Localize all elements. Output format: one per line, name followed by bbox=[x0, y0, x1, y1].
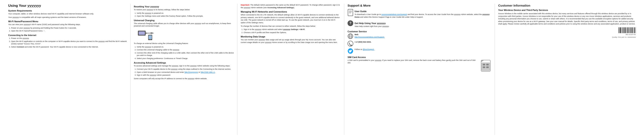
list-resetting: Verify the yyyyyyy is powered on. Open t… bbox=[134, 12, 234, 18]
list-item: Open the Wi-Fi application or controls o… bbox=[11, 40, 127, 45]
list-item: Sign in to the yyyyyyy Admin website and… bbox=[244, 28, 341, 31]
get-help-text: Get Help Using Your yyyyyyy View Help co… bbox=[354, 20, 390, 29]
title-managing-wifi: Managing Wi-Fi Networks and Connections bbox=[241, 11, 341, 13]
link-admin-url1[interactable]: http://myyyyyyyy bbox=[184, 71, 198, 73]
title-support: Support & More bbox=[348, 4, 491, 7]
column-customer-info: Customer Information Your Wireless Devic… bbox=[495, 4, 639, 135]
section-sim-card: SIM Card Access A SIM card is preinstall… bbox=[348, 56, 491, 64]
svg-rect-25 bbox=[483, 66, 485, 68]
column-using: Using Your yyyyyyy System Requirements Y… bbox=[5, 4, 130, 135]
text-managing-wifi: When connected to the 4G LTE network, th… bbox=[241, 14, 341, 24]
section-monitoring: Monitoring Data Usage You can monitor yo… bbox=[241, 35, 341, 44]
list-item: Verify the yyyyyyy is powered on. bbox=[137, 12, 234, 15]
social-service-text: Follow us @xxxSupport. bbox=[354, 48, 374, 51]
web-icon bbox=[348, 33, 353, 40]
list-item: Connect the other end of the charging ca… bbox=[137, 52, 234, 57]
column-resetting: Resetting Your yyyyyyy To restore your y… bbox=[130, 4, 237, 135]
title-get-help: Get Help Using Your yyyyyyy bbox=[354, 22, 390, 25]
svg-rect-23 bbox=[483, 64, 485, 65]
title-universal-charging: Universal Charging bbox=[134, 19, 234, 22]
svg-rect-26 bbox=[486, 66, 489, 68]
twitter-icon bbox=[348, 48, 353, 54]
section-wifi-menu: Wi-Fi Name/Password Menu You can view yo… bbox=[8, 20, 127, 32]
svg-marker-22 bbox=[481, 60, 484, 62]
section-managing-wifi: Managing Wi-Fi Networks and Connections … bbox=[241, 11, 341, 34]
call-service-text: Call (800) 922-0204. bbox=[354, 41, 371, 43]
list-wifi-menu: Power on your yyyyyyy by pressing and ho… bbox=[8, 27, 127, 32]
subtitle-wireless-device: Your Wireless Device and Third Party Ser… bbox=[498, 9, 636, 11]
list-item: Open the Wi-Fi Name/Password menu ☞. bbox=[11, 30, 127, 32]
barcode bbox=[618, 27, 636, 33]
svg-point-8 bbox=[150, 39, 150, 40]
section-universal-charging: Universal Charging The universal chargin… bbox=[134, 19, 234, 60]
title-sim-card: SIM Card Access bbox=[348, 56, 491, 58]
text-resetting: To restore your yyyyyyy to its factory s… bbox=[134, 9, 234, 11]
text-monitoring: You can monitor your yyyyyyy data usage … bbox=[241, 39, 341, 44]
title-monitoring: Monitoring Data Usage bbox=[241, 35, 341, 38]
list-item: Choose a Wi-Fi profile and then expand t… bbox=[244, 31, 341, 34]
svg-rect-9 bbox=[348, 9, 353, 16]
list-item: Open the Settings menu and select the Fa… bbox=[137, 15, 234, 18]
text-advanced-settings: To access advanced settings and manage t… bbox=[134, 65, 234, 67]
help-icon: ? bbox=[348, 20, 353, 26]
text-customer-info: Xxxxxx Wireless is the mobile carrier as… bbox=[498, 12, 636, 25]
social-service-block: Follow us @xxxSupport. bbox=[348, 48, 491, 54]
svg-rect-5 bbox=[153, 33, 154, 34]
page: Using Your yyyyyyy System Requirements Y… bbox=[0, 0, 644, 137]
call-service-block: Call (800) 922-0204. bbox=[348, 41, 491, 47]
text-important: Important: The default Admin password is… bbox=[241, 4, 341, 9]
title-customer-info: Customer Information bbox=[498, 4, 636, 7]
list-item: Power on the yyyyyyy. bbox=[11, 37, 127, 40]
user-guide-icon bbox=[348, 9, 353, 17]
quality-text: Quality. One part no. wwwwwww bbox=[498, 36, 636, 38]
section-connecting-internet: Connecting to the Internet Power on the … bbox=[8, 34, 127, 48]
column-managing: Important: The default Admin password is… bbox=[237, 4, 344, 135]
svg-rect-4 bbox=[150, 32, 153, 34]
list-item: Select Connect and enter the Wi-Fi passw… bbox=[11, 46, 127, 48]
usb-device-illustration bbox=[136, 29, 234, 41]
list-advanced-settings: Connect your Wi-Fi-capable device to the… bbox=[134, 68, 234, 77]
svg-rect-1 bbox=[139, 32, 145, 35]
list-item: Select your charging preference: Continu… bbox=[137, 57, 234, 60]
text-system-req-2: Your yyyyyyy is compatible with all majo… bbox=[8, 16, 127, 19]
web-service-block: Web http://xxxxxxxxwireless.com/Support. bbox=[348, 33, 491, 40]
section-customer-service: Customer Service Web http://xxxxxxxxwire… bbox=[348, 30, 491, 54]
barcode-area: 201-11127-01 Quality. One part no. wwwww… bbox=[498, 27, 636, 38]
list-item: Verify the yyyyyyy is powered on. bbox=[137, 46, 234, 48]
sim-card-illustration bbox=[480, 59, 491, 73]
title-resetting: Resetting Your yyyyyyy bbox=[134, 5, 234, 8]
title-connecting-internet: Connecting to the Internet bbox=[8, 34, 127, 36]
section-get-help: ? Get Help Using Your yyyyyyy View Help … bbox=[348, 20, 491, 29]
list-item: Connect the universal charging cable to … bbox=[137, 49, 234, 51]
section-resetting: Resetting Your yyyyyyy To restore your y… bbox=[134, 5, 234, 18]
list-managing-wifi: Sign in to the yyyyyyy Admin website and… bbox=[241, 28, 341, 34]
user-guide-text: User Guide To download a User Guide go t… bbox=[354, 9, 491, 19]
list-item: Power on your yyyyyyy by pressing and ho… bbox=[11, 27, 127, 29]
link-admin-url2[interactable]: http://192.168.1.1 bbox=[201, 71, 215, 73]
section-system-requirements: System Requirements Your computer, table… bbox=[8, 10, 127, 19]
text-user-guide: To download a User Guide go to xxxxxxxxx… bbox=[354, 13, 491, 18]
column-support: Support & More User Guide To download a … bbox=[344, 4, 495, 135]
text-change-devices: To change the number of devices that can… bbox=[241, 25, 341, 28]
text-system-req-1: Your computer, tablet, or other wireless… bbox=[8, 13, 127, 15]
section-advanced-settings: Accessing Advanced Settings To access ad… bbox=[134, 62, 234, 80]
text-wifi-menu: You can view your yyyyyyy's Wi-Fi name (… bbox=[8, 23, 127, 26]
link-user-guide[interactable]: xxxxxxxxxwireless.com/support bbox=[382, 13, 407, 16]
list-item: Open a Web browser on your connected dev… bbox=[137, 71, 234, 74]
barcode-number: 201-11127-01 bbox=[498, 34, 636, 35]
link-web-support[interactable]: http://xxxxxxxxwireless.com/Support. bbox=[354, 36, 385, 38]
svg-rect-7 bbox=[148, 35, 152, 39]
title-user-guide: User Guide bbox=[354, 10, 491, 13]
title-wifi-menu: Wi-Fi Name/Password Menu bbox=[8, 20, 127, 23]
title-customer-service: Customer Service bbox=[348, 30, 491, 33]
list-connecting: Power on the yyyyyyy. Open the Wi-Fi app… bbox=[8, 37, 127, 48]
section-user-guide: User Guide To download a User Guide go t… bbox=[348, 9, 491, 19]
list-item: Connect your Wi-Fi-capable device to the… bbox=[137, 68, 234, 71]
text-sim-card: A SIM card is preinstalled in your yyyyy… bbox=[348, 59, 491, 64]
text-advanced-note: Some computers will only accept the IP a… bbox=[134, 77, 234, 80]
link-twitter[interactable]: @xxxSupport. bbox=[363, 48, 374, 50]
svg-rect-24 bbox=[486, 64, 489, 65]
get-help-block: ? Get Help Using Your yyyyyyy View Help … bbox=[348, 20, 491, 29]
svg-rect-2 bbox=[145, 33, 147, 34]
user-guide-block: User Guide To download a User Guide go t… bbox=[348, 9, 491, 19]
